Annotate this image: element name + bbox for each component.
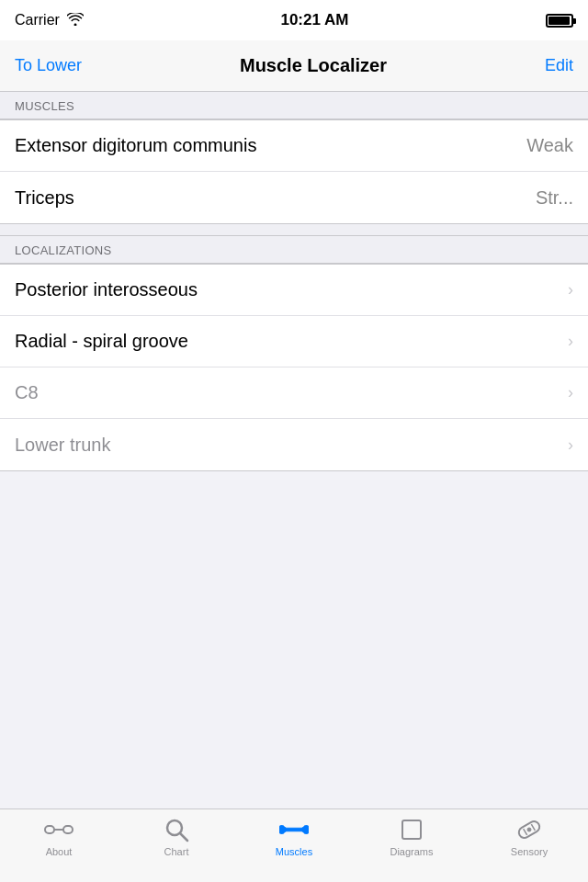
svg-point-14 — [527, 828, 531, 831]
svg-rect-8 — [282, 827, 286, 831]
tab-sensory[interactable]: Sensory — [470, 817, 588, 857]
muscles-icon — [279, 817, 309, 842]
sensory-icon — [514, 817, 544, 842]
tab-chart[interactable]: Chart — [118, 817, 235, 857]
muscle-value-0: Weak — [526, 135, 573, 156]
muscles-table: Extensor digitorum communis Weak Triceps… — [0, 119, 588, 224]
svg-line-12 — [524, 829, 527, 835]
loc-label-0: Posterior interosseous — [15, 279, 198, 300]
carrier-label: Carrier — [15, 12, 60, 28]
muscles-section-header: MUSCLES — [0, 92, 588, 119]
tab-chart-label: Chart — [164, 846, 189, 857]
table-row[interactable]: Radial - spiral groove › — [0, 316, 588, 368]
svg-rect-1 — [63, 826, 73, 833]
wifi-icon — [67, 13, 84, 28]
content-area: MUSCLES Extensor digitorum communis Weak… — [0, 92, 588, 808]
tab-muscles[interactable]: Muscles — [235, 817, 353, 857]
svg-rect-0 — [45, 826, 54, 833]
loc-label-3: Lower trunk — [15, 435, 111, 456]
status-left: Carrier — [15, 12, 84, 28]
edit-button[interactable]: Edit — [545, 56, 573, 75]
svg-rect-7 — [284, 828, 303, 831]
table-row[interactable]: Triceps Str... — [0, 172, 588, 223]
localizations-section-header: LOCALIZATIONS — [0, 235, 588, 264]
tab-about-label: About — [46, 846, 73, 857]
muscle-label-1: Triceps — [15, 187, 74, 209]
loc-label-1: Radial - spiral groove — [15, 331, 188, 352]
table-row[interactable]: Lower trunk › — [0, 419, 588, 470]
svg-line-13 — [531, 824, 535, 831]
status-time: 10:21 AM — [280, 11, 348, 29]
about-icon — [44, 817, 74, 842]
tab-bar: About Chart Muscles — [0, 808, 588, 882]
table-row[interactable]: Extensor digitorum communis Weak — [0, 120, 588, 172]
tab-diagrams-label: Diagrams — [390, 846, 433, 857]
tab-about[interactable]: About — [0, 817, 118, 857]
battery-icon — [546, 14, 573, 28]
tab-sensory-label: Sensory — [511, 846, 548, 857]
back-button[interactable]: To Lower — [15, 56, 82, 75]
svg-line-4 — [180, 833, 187, 841]
chevron-icon: › — [568, 383, 573, 402]
localizations-table: Posterior interosseous › Radial - spiral… — [0, 264, 588, 471]
diagrams-icon — [397, 817, 426, 842]
chevron-icon: › — [568, 280, 573, 300]
section-spacer — [0, 224, 588, 235]
chart-icon — [162, 817, 191, 842]
tab-muscles-label: Muscles — [276, 846, 312, 857]
chevron-icon: › — [568, 332, 573, 351]
loc-label-2: C8 — [15, 382, 39, 403]
chevron-icon: › — [568, 435, 573, 455]
tab-diagrams[interactable]: Diagrams — [353, 817, 470, 857]
nav-bar: To Lower Muscle Localizer Edit — [0, 40, 588, 92]
muscle-label-0: Extensor digitorum communis — [15, 135, 256, 156]
status-right — [546, 14, 573, 28]
table-row[interactable]: Posterior interosseous › — [0, 265, 588, 316]
nav-title: Muscle Localizer — [240, 55, 387, 76]
status-bar: Carrier 10:21 AM — [0, 0, 588, 40]
muscle-value-1: Str... — [536, 187, 573, 209]
table-row[interactable]: C8 › — [0, 368, 588, 419]
svg-rect-9 — [302, 827, 306, 831]
svg-rect-10 — [402, 820, 421, 839]
